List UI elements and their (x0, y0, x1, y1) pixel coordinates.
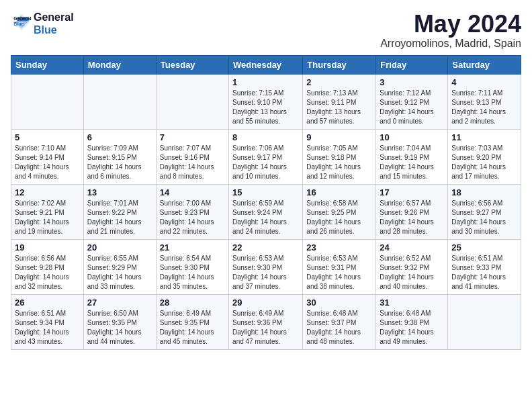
day-number: 12 (15, 187, 80, 197)
calendar-cell: 21Sunrise: 6:54 AM Sunset: 9:30 PM Dayli… (156, 239, 228, 294)
calendar-cell: 31Sunrise: 6:48 AM Sunset: 9:38 PM Dayli… (376, 294, 448, 349)
day-number: 16 (306, 187, 372, 197)
calendar-week-row: 26Sunrise: 6:51 AM Sunset: 9:34 PM Dayli… (11, 294, 521, 349)
day-header-tuesday: Tuesday (156, 55, 228, 74)
day-info: Sunrise: 6:59 AM Sunset: 9:24 PM Dayligh… (232, 199, 299, 236)
calendar-cell: 26Sunrise: 6:51 AM Sunset: 9:34 PM Dayli… (11, 294, 84, 349)
day-number: 19 (15, 242, 80, 253)
day-info: Sunrise: 7:01 AM Sunset: 9:22 PM Dayligh… (87, 199, 152, 236)
calendar-cell: 18Sunrise: 6:56 AM Sunset: 9:27 PM Dayli… (448, 184, 521, 239)
calendar-cell: 10Sunrise: 7:04 AM Sunset: 9:19 PM Dayli… (376, 129, 448, 184)
day-header-wednesday: Wednesday (229, 55, 303, 74)
day-info: Sunrise: 6:51 AM Sunset: 9:34 PM Dayligh… (15, 309, 80, 347)
calendar-week-row: 12Sunrise: 7:02 AM Sunset: 9:21 PM Dayli… (11, 184, 521, 239)
day-number: 4 (451, 77, 517, 87)
svg-text:General: General (13, 16, 31, 21)
day-number: 14 (160, 187, 225, 197)
day-number: 2 (306, 77, 372, 87)
calendar-subtitle: Arroyomolinos, Madrid, Spain (380, 38, 521, 50)
title-block: May 2024 Arroyomolinos, Madrid, Spain (380, 11, 521, 50)
calendar-cell: 29Sunrise: 6:49 AM Sunset: 9:36 PM Dayli… (229, 294, 303, 349)
day-info: Sunrise: 7:04 AM Sunset: 9:19 PM Dayligh… (380, 144, 444, 181)
day-number: 3 (380, 77, 444, 87)
day-number: 9 (306, 132, 372, 142)
calendar-cell: 4Sunrise: 7:11 AM Sunset: 9:13 PM Daylig… (448, 74, 521, 129)
day-info: Sunrise: 7:13 AM Sunset: 9:11 PM Dayligh… (306, 89, 372, 126)
calendar-cell: 6Sunrise: 7:09 AM Sunset: 9:15 PM Daylig… (83, 129, 156, 184)
day-info: Sunrise: 7:09 AM Sunset: 9:15 PM Dayligh… (87, 144, 152, 181)
day-info: Sunrise: 6:56 AM Sunset: 9:27 PM Dayligh… (451, 199, 517, 236)
day-info: Sunrise: 6:49 AM Sunset: 9:35 PM Dayligh… (160, 309, 225, 347)
day-number: 30 (306, 298, 372, 308)
calendar-week-row: 1Sunrise: 7:15 AM Sunset: 9:10 PM Daylig… (11, 74, 521, 129)
calendar-cell (156, 74, 228, 129)
day-number: 28 (160, 298, 225, 308)
day-number: 26 (15, 298, 80, 308)
calendar-cell: 22Sunrise: 6:53 AM Sunset: 9:30 PM Dayli… (229, 239, 303, 294)
calendar-cell: 25Sunrise: 6:51 AM Sunset: 9:33 PM Dayli… (448, 239, 521, 294)
day-header-sunday: Sunday (11, 55, 84, 74)
calendar-cell: 30Sunrise: 6:48 AM Sunset: 9:37 PM Dayli… (303, 294, 376, 349)
calendar-cell (83, 74, 156, 129)
day-info: Sunrise: 7:15 AM Sunset: 9:10 PM Dayligh… (232, 89, 299, 126)
calendar-cell: 11Sunrise: 7:03 AM Sunset: 9:20 PM Dayli… (448, 129, 521, 184)
day-info: Sunrise: 7:02 AM Sunset: 9:21 PM Dayligh… (15, 199, 80, 236)
day-info: Sunrise: 7:06 AM Sunset: 9:17 PM Dayligh… (232, 144, 299, 181)
day-number: 7 (160, 132, 225, 142)
day-info: Sunrise: 7:12 AM Sunset: 9:12 PM Dayligh… (380, 89, 444, 126)
day-number: 17 (380, 187, 444, 197)
calendar-table: SundayMondayTuesdayWednesdayThursdayFrid… (11, 55, 521, 350)
calendar-cell: 19Sunrise: 6:56 AM Sunset: 9:28 PM Dayli… (11, 239, 84, 294)
day-info: Sunrise: 6:55 AM Sunset: 9:29 PM Dayligh… (87, 254, 152, 291)
day-number: 11 (451, 132, 517, 142)
day-number: 31 (380, 298, 444, 308)
calendar-cell: 23Sunrise: 6:53 AM Sunset: 9:31 PM Dayli… (303, 239, 376, 294)
day-number: 1 (232, 77, 299, 87)
day-number: 23 (306, 242, 372, 253)
day-info: Sunrise: 6:53 AM Sunset: 9:30 PM Dayligh… (232, 254, 299, 291)
day-info: Sunrise: 6:50 AM Sunset: 9:35 PM Dayligh… (87, 309, 152, 347)
day-number: 10 (380, 132, 444, 142)
day-info: Sunrise: 6:58 AM Sunset: 9:25 PM Dayligh… (306, 199, 372, 236)
day-number: 27 (87, 298, 152, 308)
day-number: 22 (232, 242, 299, 253)
calendar-cell: 3Sunrise: 7:12 AM Sunset: 9:12 PM Daylig… (376, 74, 448, 129)
day-info: Sunrise: 6:48 AM Sunset: 9:37 PM Dayligh… (306, 309, 372, 347)
calendar-cell: 28Sunrise: 6:49 AM Sunset: 9:35 PM Dayli… (156, 294, 228, 349)
day-number: 21 (160, 242, 225, 253)
day-number: 13 (87, 187, 152, 197)
day-number: 24 (380, 242, 444, 253)
day-header-monday: Monday (83, 55, 156, 74)
calendar-cell: 17Sunrise: 6:57 AM Sunset: 9:26 PM Dayli… (376, 184, 448, 239)
day-number: 20 (87, 242, 152, 253)
calendar-header-row: SundayMondayTuesdayWednesdayThursdayFrid… (11, 55, 521, 74)
day-info: Sunrise: 6:52 AM Sunset: 9:32 PM Dayligh… (380, 254, 444, 291)
day-number: 25 (451, 242, 517, 253)
day-number: 6 (87, 132, 152, 142)
calendar-cell: 1Sunrise: 7:15 AM Sunset: 9:10 PM Daylig… (229, 74, 303, 129)
day-info: Sunrise: 6:51 AM Sunset: 9:33 PM Dayligh… (451, 254, 517, 291)
day-header-saturday: Saturday (448, 55, 521, 74)
page-header: General Blue General Blue May 2024 Arroy… (11, 11, 521, 50)
day-number: 29 (232, 298, 299, 308)
calendar-cell: 16Sunrise: 6:58 AM Sunset: 9:25 PM Dayli… (303, 184, 376, 239)
day-header-thursday: Thursday (303, 55, 376, 74)
calendar-cell (448, 294, 521, 349)
calendar-week-row: 19Sunrise: 6:56 AM Sunset: 9:28 PM Dayli… (11, 239, 521, 294)
calendar-cell: 2Sunrise: 7:13 AM Sunset: 9:11 PM Daylig… (303, 74, 376, 129)
day-number: 18 (451, 187, 517, 197)
day-info: Sunrise: 6:53 AM Sunset: 9:31 PM Dayligh… (306, 254, 372, 291)
day-info: Sunrise: 6:49 AM Sunset: 9:36 PM Dayligh… (232, 309, 299, 347)
calendar-title: May 2024 (380, 11, 521, 38)
logo-general: General (34, 11, 74, 23)
day-header-friday: Friday (376, 55, 448, 74)
day-info: Sunrise: 7:10 AM Sunset: 9:14 PM Dayligh… (15, 144, 80, 181)
day-info: Sunrise: 7:07 AM Sunset: 9:16 PM Dayligh… (160, 144, 225, 181)
calendar-week-row: 5Sunrise: 7:10 AM Sunset: 9:14 PM Daylig… (11, 129, 521, 184)
day-info: Sunrise: 6:56 AM Sunset: 9:28 PM Dayligh… (15, 254, 80, 291)
calendar-cell: 24Sunrise: 6:52 AM Sunset: 9:32 PM Dayli… (376, 239, 448, 294)
day-info: Sunrise: 7:11 AM Sunset: 9:13 PM Dayligh… (451, 89, 517, 126)
svg-text:Blue: Blue (13, 21, 24, 26)
day-number: 5 (15, 132, 80, 142)
day-info: Sunrise: 6:48 AM Sunset: 9:38 PM Dayligh… (380, 309, 444, 347)
